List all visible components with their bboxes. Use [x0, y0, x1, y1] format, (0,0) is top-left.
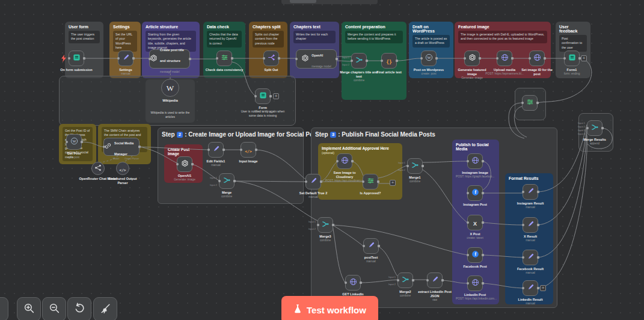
- node-openrouter-chat-model[interactable]: [91, 162, 105, 175]
- pencil-icon: [527, 186, 535, 197]
- node-subtitle: message model: [311, 65, 331, 68]
- node-x-post[interactable]: X: [467, 215, 483, 230]
- node-wikipedia[interactable]: W: [161, 79, 179, 97]
- add-node-endpoint[interactable]: +: [581, 55, 587, 61]
- top-partial-panel[interactable]: [281, 0, 378, 4]
- sticky-data-check[interactable]: Data check Checks that the data returned…: [203, 22, 245, 78]
- sticky-user-form[interactable]: User form The user triggers the post cre…: [65, 22, 103, 78]
- node-facebook-post[interactable]: f: [467, 247, 483, 263]
- node-set-image-id[interactable]: [529, 51, 545, 66]
- node-final-article-text[interactable]: {}: [381, 53, 397, 69]
- port-label: Input 1: [571, 122, 585, 125]
- port-label: Input 1: [391, 161, 405, 164]
- node-label: Create post title and structure: [160, 48, 184, 63]
- node-social-media-manager[interactable]: Social Media Manager: [103, 138, 140, 156]
- node-label-openrouter-chat-model: OpenRouter Chat Model: [79, 177, 117, 181]
- zoom-out-icon: [49, 303, 60, 316]
- port-label: Input 2: [571, 125, 585, 128]
- html-icon: </>: [245, 144, 252, 155]
- globe-icon: [471, 278, 479, 289]
- test-workflow-button[interactable]: Test workflow: [281, 296, 378, 320]
- node-merge2[interactable]: [397, 272, 413, 288]
- node-instagram-image[interactable]: [467, 153, 483, 169]
- x-icon: X: [473, 217, 477, 228]
- sticky-title: User form: [69, 25, 100, 29]
- port-label: Input 1: [301, 220, 316, 223]
- node-merge-results[interactable]: [587, 120, 603, 136]
- merge-icon: [591, 123, 599, 134]
- zoom-in-button[interactable]: [17, 297, 41, 320]
- sticky-approval[interactable]: Implement Additional Approval Here (opti…: [318, 143, 402, 200]
- broom-icon: [100, 303, 111, 316]
- fit-view-icon: [0, 303, 1, 315]
- openai-icon: [301, 54, 309, 64]
- node-instagram-result[interactable]: [523, 184, 538, 200]
- add-node-endpoint[interactable]: +: [273, 93, 279, 99]
- node-set-default-true-2[interactable]: [305, 174, 321, 189]
- node-upload-media[interactable]: [497, 51, 512, 66]
- port-label: Input 2: [381, 283, 396, 286]
- node-merge1[interactable]: [407, 158, 423, 174]
- node-settings[interactable]: [118, 51, 133, 66]
- step3-badge: 3: [330, 132, 336, 138]
- node-instagram-post[interactable]: f: [467, 185, 483, 201]
- node-get-post[interactable]: W: [66, 134, 82, 150]
- node-posttext[interactable]: [363, 238, 379, 254]
- node-label: OpenAI: [311, 54, 323, 57]
- node-get-linkedin[interactable]: [345, 275, 361, 291]
- globe-icon: [471, 156, 479, 167]
- port-label: Input 1: [381, 275, 396, 278]
- sticky-user-feedback[interactable]: User feedback Post confirmation to the u…: [556, 22, 590, 78]
- node-sort-filter[interactable]: [522, 95, 538, 111]
- node-x-result[interactable]: [523, 217, 538, 233]
- zoom-out-button[interactable]: [42, 297, 66, 320]
- tidy-up-button[interactable]: [93, 297, 117, 320]
- node-merge-chapters[interactable]: [351, 53, 367, 69]
- node-merge3[interactable]: [317, 217, 333, 233]
- step3-title: Step3: Publish Final Social Media Posts: [315, 131, 553, 138]
- node-is-approved[interactable]: [363, 174, 378, 189]
- test-workflow-label: Test workflow: [307, 305, 366, 315]
- node-openai1[interactable]: [177, 156, 192, 172]
- facebook-icon: f: [471, 250, 479, 260]
- pencil-icon: [367, 241, 375, 251]
- node-check-data-consistency[interactable]: [216, 51, 232, 66]
- add-node-endpoint[interactable]: +: [540, 285, 546, 291]
- merge-icon: [402, 275, 409, 286]
- node-input-image[interactable]: </>: [241, 142, 256, 158]
- sticky-chapters-split[interactable]: Chapters split Splits out chapter conten…: [249, 22, 287, 78]
- wikipedia-icon: W: [167, 82, 174, 93]
- wordpress-icon: W: [425, 53, 433, 64]
- node-generate-featured-image[interactable]: [464, 51, 480, 66]
- reset-zoom-button[interactable]: [67, 297, 91, 320]
- node-split-out[interactable]: [263, 51, 279, 66]
- node-form1[interactable]: [564, 51, 580, 66]
- node-form-retry[interactable]: [255, 88, 271, 104]
- node-linkedin-result[interactable]: [523, 280, 538, 296]
- node-linkedin-post[interactable]: [467, 275, 483, 291]
- globe-icon: [341, 156, 349, 167]
- workflow-canvas[interactable]: User form The user triggers the post cre…: [0, 0, 644, 320]
- sticky-featured-image[interactable]: Featured image The image is generated wi…: [455, 22, 551, 78]
- node-edit-fields1[interactable]: [208, 142, 224, 158]
- port-label: Input 2: [335, 63, 349, 66]
- node-openai-chapters[interactable]: OpenAImessage model: [296, 49, 337, 69]
- top-partial-panel-segment[interactable]: [290, 0, 316, 3]
- add-node-endpoint[interactable]: +: [390, 180, 396, 186]
- svg-text:W: W: [72, 139, 76, 143]
- merge-icon: [355, 55, 363, 66]
- node-on-form-submission[interactable]: [69, 51, 84, 66]
- filter-icon: [526, 97, 534, 108]
- form-retry-caption: User is notified to try again when some …: [237, 109, 289, 118]
- sticky-settings[interactable]: Settings Set the URL of your WordPress h…: [109, 22, 141, 78]
- node-facebook-result[interactable]: [523, 250, 538, 265]
- node-merge[interactable]: [219, 173, 235, 189]
- node-extract-linkedin-post-json[interactable]: [427, 272, 443, 288]
- svg-text:f: f: [474, 189, 476, 195]
- node-structured-output-parser[interactable]: </>: [116, 162, 129, 175]
- node-save-image-to-cloudinary[interactable]: [337, 153, 352, 169]
- sticky-draft-wordpress[interactable]: Draft on WordPress The article is posted…: [409, 22, 453, 78]
- node-post-on-wordpress[interactable]: W: [421, 51, 437, 66]
- fit-view-button[interactable]: [0, 297, 8, 320]
- node-create-post-title[interactable]: Create post title and structuremessage m…: [149, 49, 190, 69]
